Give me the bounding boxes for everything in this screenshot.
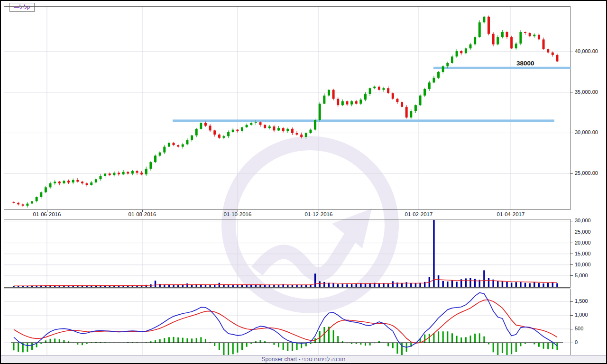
status-bar-text: Sponser chart - תוכנה לניתוח טכני bbox=[261, 356, 345, 363]
y-axis-tick-label: 40,000.00 bbox=[570, 48, 606, 54]
date-axis-label: 01-02-2017 bbox=[397, 211, 440, 217]
y-axis-tick-label: 35,000.00 bbox=[570, 89, 606, 95]
y-axis-tick-label: 10,000 bbox=[570, 262, 606, 267]
annotation-lines: 38000 bbox=[173, 60, 571, 122]
y-axis-tick-label: 1,500 bbox=[570, 298, 606, 304]
date-axis-label: 01-10-2016 bbox=[216, 211, 259, 217]
date-axis-tick bbox=[419, 210, 419, 212]
date-axis-label: 01-12-2016 bbox=[297, 211, 340, 217]
date-axis-tick bbox=[47, 210, 47, 212]
annotation-line bbox=[433, 67, 571, 69]
y-axis-tick-label: 15,000 bbox=[570, 251, 606, 256]
date-axis-label: 01-04-2017 bbox=[489, 211, 532, 217]
candlestick-layer bbox=[13, 16, 559, 208]
date-axis-tick bbox=[238, 210, 238, 212]
y-axis-tick-label: 25,000.00 bbox=[570, 170, 606, 176]
annotation-line bbox=[173, 119, 554, 122]
volume-chart-canvas[interactable] bbox=[4, 219, 570, 287]
annotation-label: 38000 bbox=[516, 60, 534, 67]
y-axis-tick-label: 5,000 bbox=[570, 273, 606, 278]
date-axis-tick bbox=[142, 210, 143, 212]
y-axis-tick-label: 500 bbox=[570, 326, 606, 331]
chart-window: —קליל 38000 01-06-201601-08-201601-10-20… bbox=[0, 0, 607, 364]
y-axis-tick-label: 0 bbox=[570, 339, 606, 345]
y-axis-tick-label: 1,000 bbox=[570, 312, 606, 318]
y-axis-tick-label: 30,000.00 bbox=[570, 129, 606, 135]
y-axis-tick-label: 25,000 bbox=[570, 229, 606, 235]
volume-bars-layer bbox=[13, 220, 558, 287]
gridlines bbox=[4, 7, 570, 209]
date-axis-tick bbox=[319, 210, 319, 212]
y-axis-tick-label: 20,000 bbox=[570, 240, 606, 246]
gridlines bbox=[4, 219, 570, 287]
status-bar: Sponser chart - תוכנה לניתוח טכני bbox=[1, 355, 606, 364]
price-chart-canvas[interactable]: 38000 bbox=[4, 7, 570, 209]
macd-chart-canvas[interactable] bbox=[4, 289, 570, 355]
y-axis-tick-label: 30,000 bbox=[570, 218, 606, 223]
date-axis-label: 01-08-2016 bbox=[121, 211, 164, 217]
date-axis-tick bbox=[511, 210, 511, 212]
date-axis-label: 01-06-2016 bbox=[26, 211, 68, 217]
